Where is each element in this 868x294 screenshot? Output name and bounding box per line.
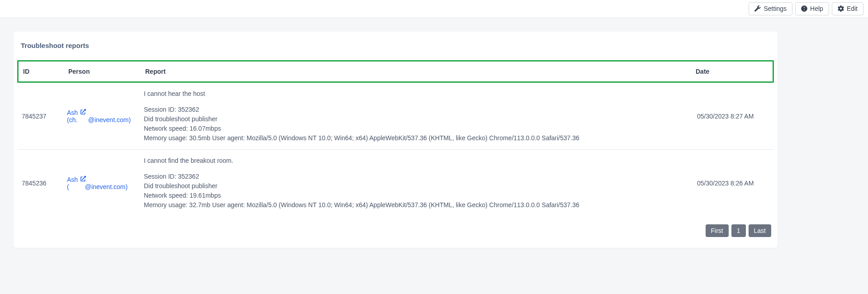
cell-date: 05/30/2023 8:26 AM [693, 150, 774, 217]
person-domain-link[interactable]: @inevent.com) [85, 183, 128, 190]
pager-page-1[interactable]: 1 [731, 224, 746, 237]
help-label: Help [810, 5, 823, 13]
person-domain-link[interactable]: @inevent.com) [88, 116, 131, 123]
edit-label: Edit [847, 5, 858, 13]
report-issue: I cannot hear the host [144, 89, 688, 99]
table-row: 7845236 Ash ( @inevent.com) I cannot fin… [17, 150, 774, 217]
reports-table-body: 7845237 Ash (ch. @inevent.com) I cannot … [17, 83, 774, 216]
report-session: Session ID: 352362 [144, 105, 688, 114]
cell-date: 05/30/2023 8:27 AM [693, 83, 774, 150]
person-name: Ash [67, 176, 78, 183]
external-link-icon [81, 176, 86, 181]
person-link[interactable]: Ash ( [67, 176, 86, 190]
reports-card: Troubleshoot reports ID Person Report Da… [14, 32, 778, 248]
cell-report: I cannot find the breakout room. Session… [139, 150, 693, 217]
col-person: Person [64, 62, 141, 81]
person-link[interactable]: Ash (ch. [67, 109, 86, 123]
report-did: Did troubleshoot publisher [144, 181, 688, 191]
settings-label: Settings [764, 5, 787, 13]
cell-id: 7845237 [17, 83, 62, 150]
topbar: Settings Help Edit [0, 0, 868, 18]
cell-id: 7845236 [17, 150, 62, 217]
pager-last[interactable]: Last [749, 224, 771, 237]
cell-report: I cannot hear the host Session ID: 35236… [139, 83, 693, 150]
col-date: Date [691, 62, 773, 81]
wrench-icon [754, 5, 761, 12]
settings-button[interactable]: Settings [749, 2, 792, 15]
table-row: 7845237 Ash (ch. @inevent.com) I cannot … [17, 83, 774, 150]
pager: First 1 Last [14, 216, 778, 248]
gear-icon [838, 5, 844, 12]
report-net: Network speed: 16.07mbps [144, 124, 688, 133]
cell-person: Ash (ch. @inevent.com) [62, 83, 139, 150]
person-email-prefix: ( [67, 183, 69, 190]
cell-person: Ash ( @inevent.com) [62, 150, 139, 217]
edit-button[interactable]: Edit [832, 2, 863, 15]
reports-table-head: ID Person Report Date [19, 62, 773, 81]
person-name: Ash [67, 109, 78, 116]
report-did: Did troubleshoot publisher [144, 114, 688, 124]
report-net: Network speed: 19.61mbps [144, 191, 688, 200]
header-highlight: ID Person Report Date [17, 60, 774, 83]
card-title: Troubleshoot reports [14, 32, 778, 53]
report-mem: Memory usage: 30.5mb User agent: Mozilla… [144, 133, 688, 143]
pager-first[interactable]: First [706, 224, 729, 237]
person-email-prefix: (ch. [67, 116, 77, 123]
page-wrap: Troubleshoot reports ID Person Report Da… [0, 18, 868, 261]
report-mem: Memory usage: 32.7mb User agent: Mozilla… [144, 200, 688, 210]
report-issue: I cannot find the breakout room. [144, 156, 688, 166]
question-circle-icon [801, 5, 807, 12]
external-link-icon [81, 109, 86, 114]
help-button[interactable]: Help [795, 2, 829, 15]
col-report: Report [141, 62, 691, 81]
col-id: ID [19, 62, 64, 81]
report-session: Session ID: 352362 [144, 172, 688, 181]
